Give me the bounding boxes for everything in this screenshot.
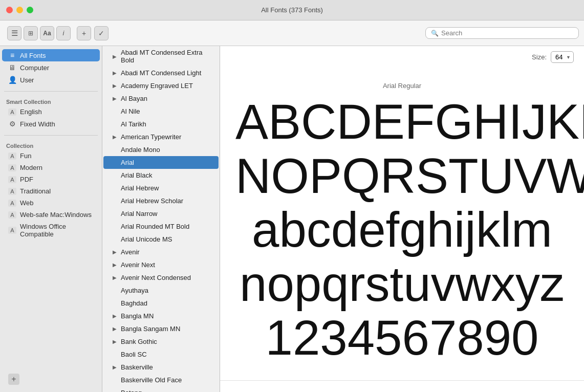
font-list-item[interactable]: Andale Mono xyxy=(103,143,219,156)
font-list-item[interactable]: ▶Avenir xyxy=(103,246,219,258)
font-list-item[interactable]: ▶Abadi MT Condensed Extra Bold xyxy=(103,46,219,67)
expand-arrow-icon: ▶ xyxy=(113,313,119,319)
sidebar-item-label: Web-safe Mac:Windows xyxy=(20,211,92,219)
font-list-item[interactable]: ▶Bangla MN xyxy=(103,310,219,322)
expand-arrow-icon: ▶ xyxy=(113,326,119,332)
sidebar-item-web[interactable]: A Web xyxy=(2,197,100,209)
sidebar-item-computer[interactable]: 🖥 Computer xyxy=(2,61,100,74)
text-preview-button[interactable]: Aa xyxy=(40,26,54,40)
font-list-item[interactable]: Al Nile xyxy=(103,105,219,118)
sidebar-item-label: PDF xyxy=(20,176,33,183)
close-button[interactable] xyxy=(6,7,13,13)
preview-line-3: abcdefghijklm xyxy=(235,203,569,257)
toolbar-view-icons: ☰ ⊞ Aa i xyxy=(7,26,71,40)
web-icon: A xyxy=(8,200,16,207)
font-list-item-label: American Typewriter xyxy=(121,133,181,141)
sidebar-item-traditional[interactable]: A Traditional xyxy=(2,185,100,197)
all-fonts-icon: ≡ xyxy=(8,51,16,59)
font-list-item[interactable]: ▶Bangla Sangam MN xyxy=(103,322,219,335)
font-list-item[interactable]: Batang xyxy=(103,386,219,392)
sidebar-toggle-button[interactable]: ☰ xyxy=(7,26,21,40)
font-list-item-label: Arial Black xyxy=(121,171,152,179)
add-font-button[interactable]: + xyxy=(77,26,91,40)
user-icon: 👤 xyxy=(8,76,16,84)
traditional-icon: A xyxy=(8,188,16,195)
verify-button[interactable]: ✓ xyxy=(94,26,109,40)
sidebar-item-label: User xyxy=(20,76,34,84)
sidebar-item-fun[interactable]: A Fun xyxy=(2,150,100,162)
font-list-item[interactable]: Arial Hebrew xyxy=(103,182,219,194)
font-list-item[interactable]: Ayuthaya xyxy=(103,284,219,297)
font-list-item[interactable]: Al Tarikh xyxy=(103,118,219,130)
font-list-item[interactable]: Arial Hebrew Scholar xyxy=(103,194,219,207)
minimize-button[interactable] xyxy=(16,7,23,13)
font-list-item-label: Arial xyxy=(121,159,134,166)
search-input[interactable] xyxy=(441,29,573,37)
toolbar: ☰ ⊞ Aa i + ✓ 🔍 xyxy=(0,20,584,46)
sidebar-item-windows-office[interactable]: A Windows Office Compatible xyxy=(2,221,100,240)
sidebar-divider-1 xyxy=(4,91,98,92)
font-list-item[interactable]: Baghdad xyxy=(103,297,219,310)
sidebar-item-label: Fun xyxy=(20,152,31,160)
collections-header: Collection xyxy=(0,141,102,150)
font-list-item[interactable]: ▶Academy Engraved LET xyxy=(103,79,219,92)
preview-area[interactable]: Size: 64 9 10 12 14 18 24 36 48 64 72 96 xyxy=(220,46,584,392)
english-icon: A xyxy=(8,108,16,116)
preview-line-5: 1234567890 xyxy=(235,311,569,365)
pdf-icon: A xyxy=(8,176,16,183)
font-list-item-label: Al Tarikh xyxy=(121,120,146,128)
font-list-item[interactable]: ▶Avenir Next Condensed xyxy=(103,271,219,284)
font-list-item-label: Bangla MN xyxy=(121,312,154,320)
font-list-item[interactable]: Arial xyxy=(103,156,219,169)
font-list-item[interactable]: ▶Avenir Next xyxy=(103,258,219,271)
preview-font-name-1: Arial Regular xyxy=(235,82,569,90)
font-list-item[interactable]: Baskerville Old Face xyxy=(103,374,219,386)
font-list-item[interactable]: Arial Rounded MT Bold xyxy=(103,220,219,233)
sidebar-item-web-safe[interactable]: A Web-safe Mac:Windows xyxy=(2,209,100,221)
font-list-item-label: Abadi MT Condensed Light xyxy=(121,69,201,77)
size-control: Size: 64 9 10 12 14 18 24 36 48 64 72 96 xyxy=(532,51,574,63)
sidebar-item-english[interactable]: A English xyxy=(2,106,100,118)
font-list-item-label: Abadi MT Condensed Extra Bold xyxy=(121,49,214,64)
font-list-item[interactable]: ▶Bank Gothic xyxy=(103,335,219,348)
fixed-width-icon: ⚙ xyxy=(8,120,16,128)
font-list-item-label: Arial Rounded MT Bold xyxy=(121,223,189,230)
font-list-item-label: Al Nile xyxy=(121,107,140,115)
sidebar-item-user[interactable]: 👤 User xyxy=(2,74,100,86)
font-list-item[interactable]: Arial Narrow xyxy=(103,207,219,220)
add-collection-button[interactable]: + xyxy=(8,374,19,385)
font-list[interactable]: ▶Abadi MT Condensed Extra Bold▶Abadi MT … xyxy=(102,46,220,392)
fun-icon: A xyxy=(8,153,16,160)
sidebar-item-label: All Fonts xyxy=(20,52,46,59)
sidebar-item-label: English xyxy=(20,108,42,116)
font-list-item[interactable]: ▶Baskerville xyxy=(103,361,219,374)
font-list-item[interactable]: Arial Black xyxy=(103,169,219,182)
web-safe-icon: A xyxy=(8,211,16,219)
font-list-item[interactable]: ▶Abadi MT Condensed Light xyxy=(103,67,219,79)
grid-view-button[interactable]: ⊞ xyxy=(24,26,38,40)
font-list-item[interactable]: ▶Al Bayan xyxy=(103,92,219,105)
window-title: All Fonts (373 Fonts) xyxy=(261,6,323,14)
size-selector-wrapper: 64 9 10 12 14 18 24 36 48 64 72 96 xyxy=(551,51,574,63)
maximize-button[interactable] xyxy=(27,7,33,13)
font-list-item-label: Arial Hebrew xyxy=(121,184,159,192)
size-selector[interactable]: 64 9 10 12 14 18 24 36 48 64 72 96 xyxy=(551,51,574,63)
font-list-item-label: Baghdad xyxy=(121,299,147,307)
font-list-item[interactable]: ▶American Typewriter xyxy=(103,130,219,143)
sidebar-item-modern[interactable]: A Modern xyxy=(2,162,100,173)
sidebar: ≡ All Fonts 🖥 Computer 👤 User Smart Coll… xyxy=(0,46,102,392)
font-list-item[interactable]: Baoli SC xyxy=(103,348,219,361)
font-list-item[interactable]: Arial Unicode MS xyxy=(103,233,219,246)
computer-icon: 🖥 xyxy=(8,63,16,72)
preview-scroll-content: Arial Regular ABCDEFGHIJKLM NOPQRSTUVWXY… xyxy=(220,46,584,392)
search-icon: 🔍 xyxy=(431,30,439,37)
sidebar-item-all-fonts[interactable]: ≡ All Fonts xyxy=(2,49,100,61)
sidebar-item-fixed-width[interactable]: ⚙ Fixed Width xyxy=(2,118,100,130)
font-list-item-label: Arial Hebrew Scholar xyxy=(121,197,183,205)
sidebar-smart-collection: Smart Collection A English ⚙ Fixed Width xyxy=(0,94,102,133)
info-button[interactable]: i xyxy=(56,26,71,40)
sidebar-item-label: Windows Office Compatible xyxy=(20,223,94,238)
sidebar-divider-2 xyxy=(4,135,98,136)
sidebar-item-label: Web xyxy=(20,199,34,207)
sidebar-item-pdf[interactable]: A PDF xyxy=(2,173,100,185)
